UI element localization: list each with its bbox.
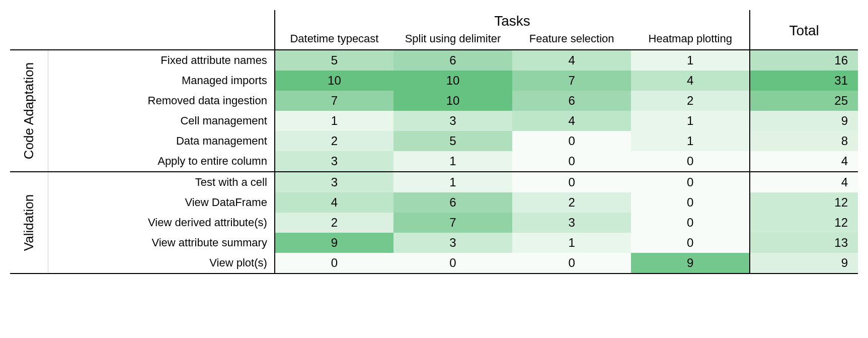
heatmap-cell: 0 [631,151,750,172]
heatmap-cell: 4 [512,50,631,71]
heatmap-cell: 1 [393,151,512,172]
heatmap-cell: 5 [275,50,393,71]
heatmap-cell: 2 [631,91,750,111]
heatmap-table: Tasks Total Datetime typecast Split usin… [10,10,858,274]
heatmap-cell: 3 [275,151,393,172]
heatmap-cell: 3 [393,233,512,253]
heatmap-cell: 6 [393,50,512,71]
heatmap-cell: 6 [512,91,631,111]
total-cell: 25 [750,91,858,111]
row-label: Apply to entire column [48,151,275,172]
heatmap-cell: 10 [275,71,393,91]
total-cell: 9 [750,111,858,131]
row-label: Managed imports [48,71,275,91]
total-cell: 31 [750,71,858,91]
row-group-label: Code Adaptation [10,50,48,172]
total-cell: 8 [750,131,858,151]
heatmap-cell: 0 [631,233,750,253]
row-label: View DataFrame [48,192,275,213]
total-cell: 4 [750,151,858,172]
heatmap-cell: 3 [512,213,631,233]
heatmap-cell: 1 [631,111,750,131]
heatmap-cell: 7 [512,71,631,91]
heatmap-cell: 0 [512,253,631,274]
heatmap-cell: 2 [275,131,393,151]
row-label: Fixed attribute names [48,50,275,71]
heatmap-cell: 4 [512,111,631,131]
row-label: View derived attribute(s) [48,213,275,233]
heatmap-cell: 0 [631,172,750,192]
tasks-super-header: Tasks [275,10,750,30]
heatmap-cell: 1 [512,233,631,253]
col-header-3: Heatmap plotting [631,30,750,50]
heatmap-cell: 0 [275,253,393,274]
heatmap-cell: 1 [631,50,750,71]
total-cell: 9 [750,253,858,274]
heatmap-cell: 0 [512,131,631,151]
heatmap-cell: 5 [393,131,512,151]
heatmap-cell: 7 [393,213,512,233]
row-label: Test with a cell [48,172,275,192]
col-header-2: Feature selection [512,30,631,50]
heatmap-cell: 10 [393,91,512,111]
row-label: Data management [48,131,275,151]
row-label: Cell management [48,111,275,131]
heatmap-cell: 4 [631,71,750,91]
heatmap-cell: 0 [512,151,631,172]
row-group-label: Validation [10,172,48,274]
total-cell: 4 [750,172,858,192]
heatmap-cell: 7 [275,91,393,111]
heatmap-cell: 10 [393,71,512,91]
heatmap-cell: 0 [631,213,750,233]
total-header: Total [750,10,858,50]
total-cell: 12 [750,213,858,233]
col-header-0: Datetime typecast [275,30,393,50]
heatmap-cell: 9 [631,253,750,274]
heatmap-cell: 2 [512,192,631,213]
heatmap-cell: 0 [512,172,631,192]
heatmap-cell: 9 [275,233,393,253]
heatmap-cell: 0 [393,253,512,274]
heatmap-cell: 1 [275,111,393,131]
heatmap-cell: 4 [275,192,393,213]
col-header-1: Split using delimiter [393,30,512,50]
row-label: Removed data ingestion [48,91,275,111]
row-label: View attribute summary [48,233,275,253]
heatmap-cell: 6 [393,192,512,213]
heatmap-cell: 0 [631,192,750,213]
heatmap-cell: 2 [275,213,393,233]
heatmap-cell: 1 [393,172,512,192]
heatmap-cell: 3 [393,111,512,131]
row-label: View plot(s) [48,253,275,274]
total-cell: 13 [750,233,858,253]
total-cell: 16 [750,50,858,71]
heatmap-cell: 3 [275,172,393,192]
total-cell: 12 [750,192,858,213]
heatmap-cell: 1 [631,131,750,151]
